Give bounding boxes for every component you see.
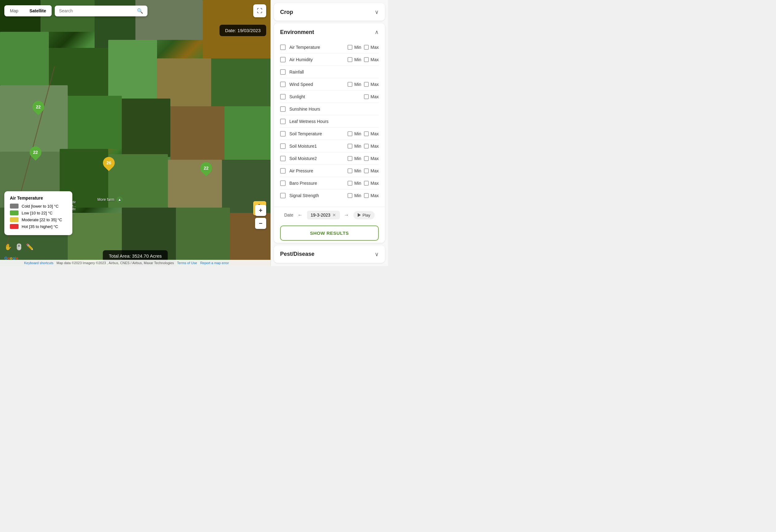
keyboard-shortcuts-link[interactable]: Keyboard shortcuts xyxy=(24,261,53,265)
signal-strength-max-checkbox[interactable] xyxy=(364,193,369,198)
soil-moisture2-min-label: Min xyxy=(354,156,361,161)
soil-temperature-max-label: Max xyxy=(371,131,379,136)
baro-pressure-min-max: Min Max xyxy=(348,181,379,186)
leaf-wetness-label: Leaf Wetness Hours xyxy=(289,119,379,124)
report-map-error-link[interactable]: Report a map error xyxy=(200,261,229,265)
wind-speed-max-group: Max xyxy=(364,82,379,87)
pest-disease-section: Pest/Disease ∨ xyxy=(274,245,385,263)
fullscreen-button[interactable]: ⛶ xyxy=(253,4,266,17)
date-navigator: Date ← 19-3-2023 ✕ → Play xyxy=(274,207,385,223)
date-next-button[interactable]: → xyxy=(342,211,351,219)
air-pressure-label: Air Pressure xyxy=(289,168,348,173)
map-pin-2[interactable]: 22 xyxy=(30,147,41,158)
legend-item-hot: Hot [35 to higher] °C xyxy=(10,224,67,229)
sunshine-hours-checkbox[interactable] xyxy=(280,106,286,112)
air-humidity-max-checkbox[interactable] xyxy=(364,57,369,62)
crop-section: Crop ∨ xyxy=(274,3,385,21)
soil-moisture2-min-max: Min Max xyxy=(348,156,379,161)
draw-icon[interactable]: ✏️ xyxy=(26,243,34,251)
baro-pressure-max-checkbox[interactable] xyxy=(364,181,369,186)
map-top-bar: Map Satellite 🔍 ⛶ xyxy=(4,4,266,17)
zoom-out-button[interactable]: − xyxy=(255,218,266,229)
sunlight-checkbox[interactable] xyxy=(280,94,286,99)
more-farm-label[interactable]: More farm ▲ xyxy=(98,197,123,203)
date-clear-button[interactable]: ✕ xyxy=(332,213,336,218)
env-row-rainfall: Rainfall xyxy=(280,66,379,78)
legend-label-hot: Hot [35 to higher] °C xyxy=(22,224,58,229)
wind-speed-label: Wind Speed xyxy=(289,82,348,87)
signal-strength-min-checkbox[interactable] xyxy=(348,193,353,198)
soil-moisture2-checkbox[interactable] xyxy=(280,156,286,161)
date-navigator-label: Date xyxy=(284,213,294,218)
search-input[interactable] xyxy=(59,8,135,13)
legend-item-cold: Cold [lower to 10] °C xyxy=(10,204,67,209)
wind-speed-min-checkbox[interactable] xyxy=(348,82,353,87)
env-row-leaf-wetness: Leaf Wetness Hours xyxy=(280,115,379,127)
air-humidity-min-label: Min xyxy=(354,57,361,62)
zoom-in-button[interactable]: + xyxy=(255,205,266,216)
crop-section-header[interactable]: Crop ∨ xyxy=(274,3,385,21)
air-humidity-min-checkbox[interactable] xyxy=(348,57,353,62)
soil-moisture2-label: Soil Moisture2 xyxy=(289,156,348,161)
baro-pressure-checkbox[interactable] xyxy=(280,181,286,186)
air-temperature-min-checkbox[interactable] xyxy=(348,45,353,50)
signal-strength-checkbox[interactable] xyxy=(280,193,286,198)
environment-section: Environment ∧ Air Temperature Min Max xyxy=(274,23,385,243)
air-humidity-max-label: Max xyxy=(371,57,379,62)
pest-disease-section-header[interactable]: Pest/Disease ∨ xyxy=(274,245,385,263)
env-row-air-pressure: Air Pressure Min Max xyxy=(280,165,379,177)
soil-moisture1-min-group: Min xyxy=(348,144,361,149)
legend-item-low: Low [10 to 22] °C xyxy=(10,210,67,215)
air-humidity-min-group: Min xyxy=(348,57,361,62)
map-view-button[interactable]: Map xyxy=(4,5,24,16)
wind-speed-max-checkbox[interactable] xyxy=(364,82,369,87)
air-temperature-min-group: Min xyxy=(348,45,361,50)
air-pressure-max-checkbox[interactable] xyxy=(364,168,369,173)
map-pin-3[interactable]: 26 xyxy=(103,157,115,169)
soil-moisture1-max-checkbox[interactable] xyxy=(364,144,369,149)
env-row-soil-temperature: Soil Temperature Min Max xyxy=(280,127,379,140)
air-humidity-min-max: Min Max xyxy=(348,57,379,62)
map-pin-1[interactable]: 22 xyxy=(32,101,44,113)
soil-moisture1-checkbox[interactable] xyxy=(280,144,286,149)
soil-moisture2-min-checkbox[interactable] xyxy=(348,156,353,161)
environment-section-body: Air Temperature Min Max Air Humidity xyxy=(274,41,385,207)
environment-section-title: Environment xyxy=(280,29,314,35)
date-value-text: 19-3-2023 xyxy=(311,213,331,218)
air-temperature-max-checkbox[interactable] xyxy=(364,45,369,50)
sunlight-max-checkbox[interactable] xyxy=(364,94,369,99)
air-pressure-min-checkbox[interactable] xyxy=(348,168,353,173)
play-button[interactable]: Play xyxy=(353,211,375,219)
wind-speed-checkbox[interactable] xyxy=(280,81,286,87)
legend-label-cold: Cold [lower to 10] °C xyxy=(22,204,58,209)
date-prev-button[interactable]: ← xyxy=(296,211,305,219)
soil-moisture1-min-checkbox[interactable] xyxy=(348,144,353,149)
pan-icon[interactable]: ✋ xyxy=(4,243,12,251)
rainfall-checkbox[interactable] xyxy=(280,69,286,75)
signal-strength-min-label: Min xyxy=(354,193,361,198)
show-results-button[interactable]: SHOW RESULTS xyxy=(280,226,379,241)
soil-temperature-checkbox[interactable] xyxy=(280,131,286,137)
cursor-icon[interactable]: 🖱️ xyxy=(15,243,23,251)
terms-link[interactable]: Terms of Use xyxy=(177,261,197,265)
fullscreen-icon: ⛶ xyxy=(257,8,262,14)
crop-section-title: Crop xyxy=(280,9,293,15)
air-temperature-checkbox[interactable] xyxy=(280,44,286,50)
leaf-wetness-checkbox[interactable] xyxy=(280,118,286,124)
environment-section-header[interactable]: Environment ∧ xyxy=(274,23,385,41)
satellite-view-button[interactable]: Satellite xyxy=(24,5,52,16)
air-humidity-max-group: Max xyxy=(364,57,379,62)
map-pin-4[interactable]: 22 xyxy=(200,162,212,174)
soil-temperature-min-checkbox[interactable] xyxy=(348,131,353,136)
soil-temperature-max-checkbox[interactable] xyxy=(364,131,369,136)
signal-strength-max-group: Max xyxy=(364,193,379,198)
env-row-air-humidity: Air Humidity Min Max xyxy=(280,53,379,66)
soil-moisture2-max-checkbox[interactable] xyxy=(364,156,369,161)
legend-label-moderate: Moderate [22 to 35] °C xyxy=(22,218,62,222)
soil-moisture1-label: Soil Moisture1 xyxy=(289,144,348,149)
air-humidity-checkbox[interactable] xyxy=(280,57,286,62)
search-icon: 🔍 xyxy=(137,8,143,14)
baro-pressure-min-checkbox[interactable] xyxy=(348,181,353,186)
air-pressure-checkbox[interactable] xyxy=(280,168,286,174)
more-farm-icon: ▲ xyxy=(117,197,123,203)
